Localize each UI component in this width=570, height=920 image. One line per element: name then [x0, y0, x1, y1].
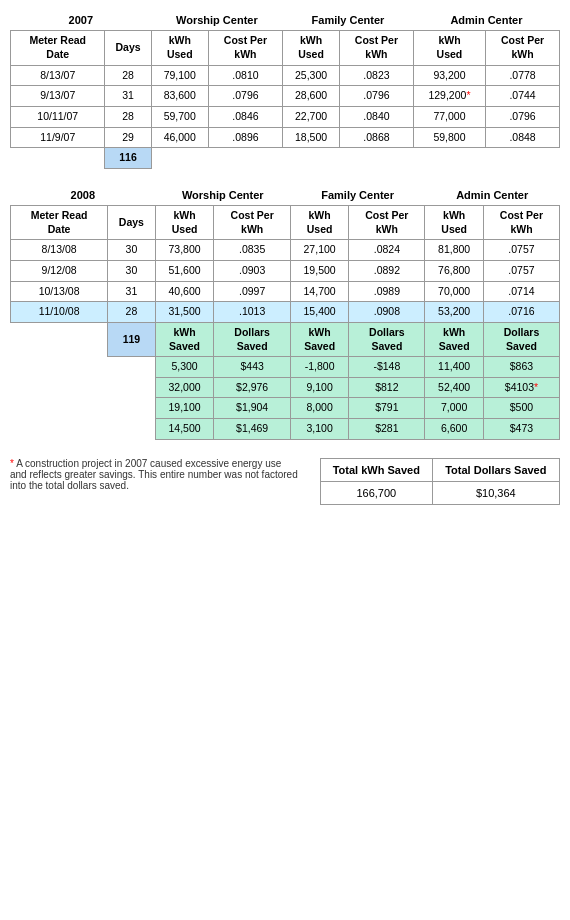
wc-cost-cell: .0846 — [208, 106, 282, 127]
col-ac-cost-07: Cost PerkWh — [486, 31, 560, 65]
asterisk-label: * — [10, 458, 14, 469]
days-cell: 29 — [105, 127, 151, 148]
year-2007-label: 2007 — [11, 10, 152, 31]
saved-header-ac-kwh: kWhSaved — [425, 322, 484, 356]
ac-kwh-cell: 70,000 — [425, 281, 484, 302]
totals-table: Total kWh Saved Total Dollars Saved 166,… — [320, 458, 560, 506]
totals-data-row: 166,700 $10,364 — [321, 482, 560, 505]
saved-fc-kwh: 3,100 — [290, 419, 349, 440]
date-cell: 9/12/08 — [11, 261, 108, 282]
saved-fc-kwh: 9,100 — [290, 377, 349, 398]
year-2007-header-row: 2007 Worship Center Family Center Admin … — [11, 10, 560, 31]
ac-cost-cell: .0796 — [486, 106, 560, 127]
fc-cost-cell: .0868 — [339, 127, 413, 148]
table-row: 11/9/07 29 46,000 .0896 18,500 .0868 59,… — [11, 127, 560, 148]
days-cell: 31 — [108, 281, 155, 302]
days-cell: 28 — [108, 302, 155, 323]
total-days-08: 119 — [108, 322, 155, 356]
ac-cost-cell: .0778 — [486, 65, 560, 86]
totals-header-row: Total kWh Saved Total Dollars Saved — [321, 458, 560, 481]
saved-fc-dollars: -$148 — [349, 357, 425, 378]
wc-kwh-cell: 46,000 — [151, 127, 208, 148]
wc-kwh-cell: 40,600 — [155, 281, 214, 302]
table-row: 10/13/08 31 40,600 .0997 14,700 .0989 70… — [11, 281, 560, 302]
table-2008: 2008 Worship Center Family Center Admin … — [10, 185, 560, 440]
col-wc-kwh-08: kWhUsed — [155, 206, 214, 240]
saved-header-ac-dollars: DollarsSaved — [483, 322, 559, 356]
table-row: 9/12/08 30 51,600 .0903 19,500 .0892 76,… — [11, 261, 560, 282]
col-ac-cost-08: Cost PerkWh — [483, 206, 559, 240]
wc-cost-cell: .1013 — [214, 302, 290, 323]
saved-row: 19,100 $1,904 8,000 $791 7,000 $500 — [11, 398, 560, 419]
totals-kwh-value: 166,700 — [321, 482, 433, 505]
saved-header-wc-dollars: DollarsSaved — [214, 322, 290, 356]
saved-row: 5,300 $443 -1,800 -$148 11,400 $863 — [11, 357, 560, 378]
admin-center-label-07: Admin Center — [413, 10, 559, 31]
wc-kwh-cell: 83,600 — [151, 86, 208, 107]
ac-kwh-cell: 76,800 — [425, 261, 484, 282]
fc-cost-cell: .0840 — [339, 106, 413, 127]
fc-kwh-cell: 27,100 — [290, 240, 349, 261]
saved-header-fc-dollars: DollarsSaved — [349, 322, 425, 356]
saved-ac-kwh: 11,400 — [425, 357, 484, 378]
totals-col2-header: Total Dollars Saved — [432, 458, 559, 481]
totals-col1-header: Total kWh Saved — [321, 458, 433, 481]
saved-row: 14,500 $1,469 3,100 $281 6,600 $473 — [11, 419, 560, 440]
saved-ac-kwh: 6,600 — [425, 419, 484, 440]
asterisk-icon: * — [534, 381, 538, 393]
saved-wc-kwh: 5,300 — [155, 357, 214, 378]
col-header-row-08: Meter ReadDate Days kWhUsed Cost PerkWh … — [11, 206, 560, 240]
saved-fc-dollars: $812 — [349, 377, 425, 398]
days-cell: 28 — [105, 65, 151, 86]
admin-center-label-08: Admin Center — [425, 185, 560, 206]
ac-kwh-cell: 81,800 — [425, 240, 484, 261]
total-days-07: 116 — [105, 148, 151, 169]
saved-ac-dollars: $4103* — [483, 377, 559, 398]
date-cell: 8/13/08 — [11, 240, 108, 261]
col-days-07: Days — [105, 31, 151, 65]
year-2008-section: 2008 Worship Center Family Center Admin … — [10, 185, 560, 440]
saved-ac-dollars: $863 — [483, 357, 559, 378]
saved-fc-kwh: 8,000 — [290, 398, 349, 419]
saved-wc-kwh: 32,000 — [155, 377, 214, 398]
empty-cell — [11, 322, 108, 356]
ac-cost-cell: .0716 — [483, 302, 559, 323]
empty-cell — [11, 398, 156, 419]
worship-center-label-08: Worship Center — [155, 185, 290, 206]
date-cell: 11/10/08 — [11, 302, 108, 323]
date-cell: 10/13/08 — [11, 281, 108, 302]
col-date-08: Meter ReadDate — [11, 206, 108, 240]
saved-wc-dollars: $2,976 — [214, 377, 290, 398]
wc-kwh-cell: 79,100 — [151, 65, 208, 86]
date-cell: 10/11/07 — [11, 106, 105, 127]
table-row: 8/13/07 28 79,100 .0810 25,300 .0823 93,… — [11, 65, 560, 86]
wc-kwh-cell: 31,500 — [155, 302, 214, 323]
wc-cost-cell: .0896 — [208, 127, 282, 148]
saved-fc-dollars: $791 — [349, 398, 425, 419]
empty-cell — [11, 148, 105, 169]
date-cell: 8/13/07 — [11, 65, 105, 86]
table-row: 10/11/07 28 59,700 .0846 22,700 .0840 77… — [11, 106, 560, 127]
saved-ac-dollars: $473 — [483, 419, 559, 440]
empty-cell — [11, 377, 156, 398]
col-wc-cost-08: Cost PerkWh — [214, 206, 290, 240]
ac-cost-cell: .0744 — [486, 86, 560, 107]
col-header-row-07: Meter ReadDate Days kWhUsed Cost PerkWh … — [11, 31, 560, 65]
col-fc-kwh-08: kWhUsed — [290, 206, 349, 240]
asterisk-icon: * — [466, 89, 470, 101]
wc-kwh-cell: 51,600 — [155, 261, 214, 282]
ac-cost-cell: .0757 — [483, 240, 559, 261]
fc-cost-cell: .0823 — [339, 65, 413, 86]
empty-cell — [11, 357, 156, 378]
wc-cost-cell: .0903 — [214, 261, 290, 282]
col-wc-cost-07: Cost PerkWh — [208, 31, 282, 65]
wc-cost-cell: .0810 — [208, 65, 282, 86]
saved-header-wc-kwh: kWhSaved — [155, 322, 214, 356]
days-cell: 28 — [105, 106, 151, 127]
table-row: 8/13/08 30 73,800 .0835 27,100 .0824 81,… — [11, 240, 560, 261]
saved-fc-kwh: -1,800 — [290, 357, 349, 378]
wc-cost-cell: .0997 — [214, 281, 290, 302]
wc-kwh-cell: 59,700 — [151, 106, 208, 127]
saved-wc-dollars: $1,904 — [214, 398, 290, 419]
ac-kwh-cell: 93,200 — [413, 65, 485, 86]
